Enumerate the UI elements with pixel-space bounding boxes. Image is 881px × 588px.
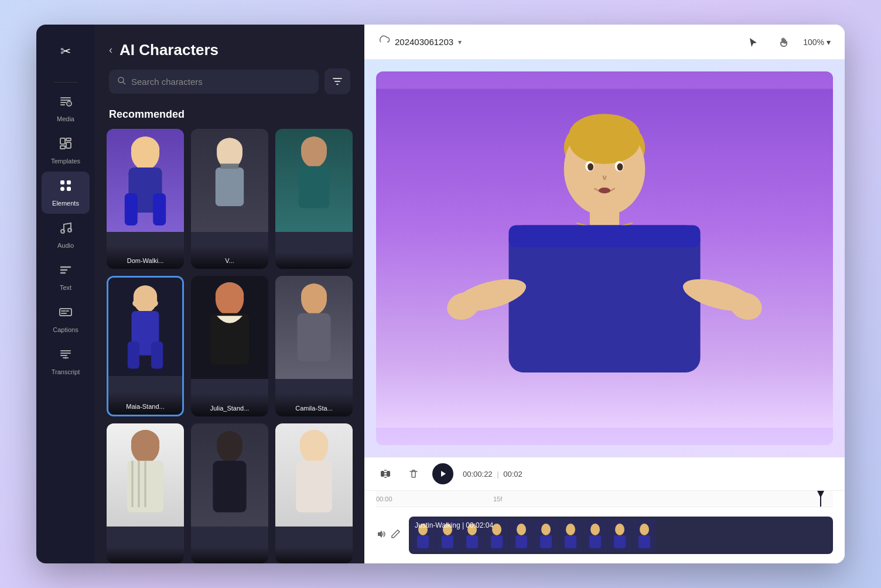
svg-rect-103 xyxy=(638,535,650,548)
text-icon xyxy=(59,263,73,281)
svg-rect-91 xyxy=(540,535,552,548)
char-label-woman1 xyxy=(191,547,268,563)
volume-button[interactable] xyxy=(376,529,387,542)
play-time: 00:00:22 | 00:02 xyxy=(463,470,523,478)
svg-rect-10 xyxy=(67,187,71,191)
pencil-button[interactable] xyxy=(390,529,401,542)
svg-point-93 xyxy=(566,524,575,535)
panel-back-button[interactable]: ‹ xyxy=(109,44,112,56)
svg-point-63 xyxy=(569,119,640,163)
main-content: 202403061203 ▾ 100% ▾ xyxy=(364,25,845,563)
sidebar-item-audio[interactable]: Audio xyxy=(42,214,90,256)
svg-rect-88 xyxy=(515,535,527,548)
svg-point-66 xyxy=(588,163,593,171)
sidebar-item-label-transcript: Transcript xyxy=(52,368,80,375)
cloud-icon xyxy=(378,35,390,49)
track-icons xyxy=(376,529,401,542)
svg-point-48 xyxy=(217,431,243,454)
cursor-tool-button[interactable] xyxy=(742,32,763,53)
sidebar-item-text[interactable]: Text xyxy=(42,256,90,298)
char-img-woman2 xyxy=(275,423,353,527)
svg-rect-25 xyxy=(299,166,330,208)
svg-rect-79 xyxy=(442,535,453,548)
elements-icon xyxy=(59,179,73,196)
svg-rect-82 xyxy=(466,535,478,548)
svg-rect-70 xyxy=(381,471,384,477)
project-chevron-icon[interactable]: ▾ xyxy=(458,38,462,46)
ruler-mark-15f: 15f xyxy=(493,495,502,502)
char-img-teal xyxy=(275,129,353,232)
characters-grid: Dom-Walki... V... xyxy=(95,129,364,563)
sidebar-item-templates[interactable]: Templates xyxy=(42,129,90,172)
char-card-v[interactable]: V... xyxy=(191,129,268,269)
char-card-maia[interactable]: Maia-Stand... xyxy=(107,276,184,416)
svg-point-31 xyxy=(148,299,158,307)
sidebar-item-transcript[interactable]: Transcript xyxy=(42,340,90,382)
hand-tool-button[interactable] xyxy=(773,32,794,53)
svg-point-87 xyxy=(517,524,526,535)
char-img-maia xyxy=(108,278,182,376)
ruler-mark-00: 00:00 xyxy=(376,495,392,502)
char-label-maia: Maia-Stand... xyxy=(108,391,182,415)
svg-rect-71 xyxy=(387,471,390,477)
audio-icon xyxy=(59,221,73,238)
char-card-teal[interactable] xyxy=(275,129,353,269)
panel-search-row xyxy=(95,69,364,104)
char-card-man1[interactable] xyxy=(107,423,184,563)
sidebar-item-label-elements: Elements xyxy=(52,200,79,207)
toolbar-right: 100% ▾ xyxy=(742,32,831,53)
svg-point-102 xyxy=(640,524,649,535)
svg-rect-7 xyxy=(60,180,64,184)
char-img-woman1 xyxy=(191,423,268,527)
svg-point-42 xyxy=(131,430,159,456)
svg-rect-97 xyxy=(589,535,601,548)
toolbar-left: 202403061203 ▾ xyxy=(378,35,462,49)
sidebar-item-media[interactable]: Media xyxy=(42,87,90,129)
svg-rect-6 xyxy=(60,146,65,149)
search-input[interactable] xyxy=(109,70,319,94)
svg-rect-94 xyxy=(565,535,576,548)
svg-point-84 xyxy=(492,524,501,535)
app-logo[interactable]: ✂ xyxy=(51,36,80,66)
char-card-julia[interactable]: Julia_Stand... xyxy=(191,276,268,416)
char-img-julia xyxy=(191,276,268,379)
thumb-6 xyxy=(534,519,558,552)
play-button[interactable] xyxy=(432,463,453,484)
char-label-teal xyxy=(275,252,353,269)
split-tool-button[interactable] xyxy=(376,464,395,483)
svg-rect-4 xyxy=(66,138,71,141)
project-name: 202403061203 xyxy=(395,37,453,47)
sidebar-item-elements[interactable]: Elements xyxy=(42,172,90,214)
char-img-man1 xyxy=(107,423,184,527)
svg-point-36 xyxy=(216,282,244,308)
playhead[interactable] xyxy=(820,491,821,507)
zoom-control[interactable]: 100% ▾ xyxy=(803,37,831,47)
svg-rect-76 xyxy=(417,535,429,548)
svg-point-51 xyxy=(300,430,328,456)
video-frame xyxy=(376,71,833,445)
timeline-track: Justin-Walking | 00:02:04 xyxy=(376,512,833,559)
thumb-7 xyxy=(559,519,582,552)
char-card-dom[interactable]: Dom-Walki... xyxy=(107,129,184,269)
timeline-area: 00:00:22 | 00:02 00:00 15f xyxy=(364,457,845,563)
char-img-v xyxy=(191,129,268,232)
svg-rect-5 xyxy=(66,142,71,148)
zoom-chevron-icon: ▾ xyxy=(827,37,831,47)
char-card-woman1[interactable] xyxy=(191,423,268,563)
sidebar-item-captions[interactable]: Captions xyxy=(42,298,90,340)
sidebar-divider xyxy=(54,82,77,83)
char-card-woman2[interactable] xyxy=(275,423,353,563)
char-card-camila[interactable]: Camila-Sta... xyxy=(275,276,353,416)
track-clip[interactable]: Justin-Walking | 00:02:04 xyxy=(409,517,833,554)
timeline-controls: 00:00:22 | 00:02 xyxy=(364,457,845,491)
char-img-camila xyxy=(275,276,353,379)
svg-rect-13 xyxy=(60,309,71,316)
delete-button[interactable] xyxy=(404,464,423,483)
svg-rect-69 xyxy=(508,225,700,247)
svg-rect-33 xyxy=(151,342,163,369)
svg-point-30 xyxy=(132,299,142,307)
sidebar-item-label-templates: Templates xyxy=(51,158,80,165)
char-label-woman2 xyxy=(275,547,353,563)
svg-rect-50 xyxy=(296,460,332,512)
filter-button[interactable] xyxy=(325,69,350,94)
